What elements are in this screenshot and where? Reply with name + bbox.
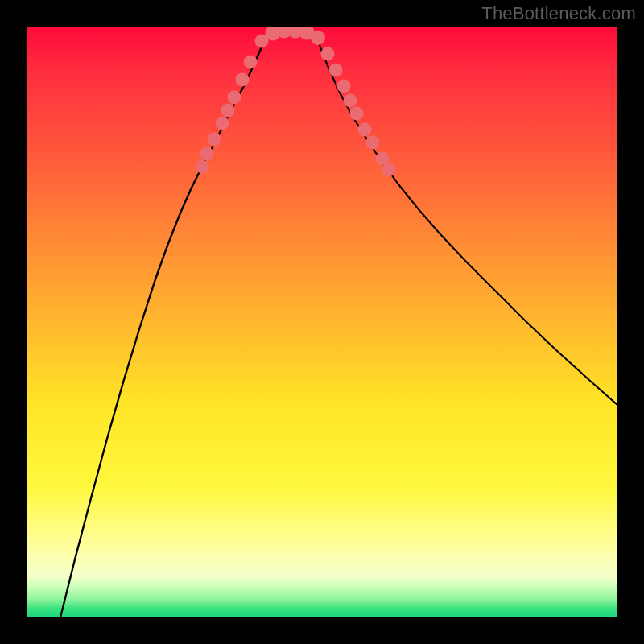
- data-point: [350, 107, 364, 121]
- data-point: [228, 91, 242, 105]
- data-point: [236, 73, 250, 87]
- data-point: [311, 31, 325, 45]
- data-point: [216, 117, 229, 130]
- data-point: [196, 160, 209, 174]
- data-point: [344, 94, 357, 108]
- curve-lines: [60, 28, 617, 617]
- data-points: [196, 27, 396, 177]
- plot-area: [27, 27, 617, 617]
- series-right-branch: [316, 36, 617, 405]
- data-point: [329, 64, 343, 77]
- outer-frame: TheBottleneck.com: [0, 0, 644, 644]
- data-point: [200, 147, 214, 161]
- watermark-text: TheBottleneck.com: [481, 3, 636, 24]
- data-point: [221, 104, 235, 118]
- chart-svg: [27, 27, 617, 617]
- data-point: [337, 80, 351, 93]
- series-left-branch: [60, 36, 266, 617]
- data-point: [321, 47, 335, 61]
- data-point: [366, 136, 380, 150]
- data-point: [208, 133, 221, 147]
- data-point: [244, 56, 258, 69]
- data-point: [382, 163, 396, 177]
- data-point: [358, 123, 372, 137]
